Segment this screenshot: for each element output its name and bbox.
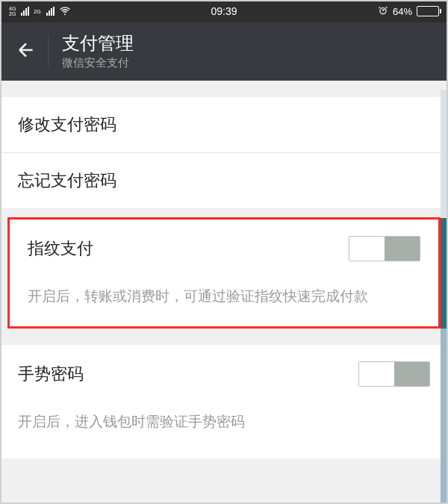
- gesture-password-row[interactable]: 手势密码: [0, 345, 448, 403]
- gesture-group: 手势密码 开启后，进入钱包时需验证手势密码: [0, 345, 448, 458]
- gesture-password-toggle[interactable]: [358, 361, 430, 387]
- change-payment-password-label: 修改支付密码: [18, 113, 116, 136]
- forgot-payment-password-row[interactable]: 忘记支付密码: [0, 153, 448, 208]
- status-right: 64%: [378, 5, 439, 18]
- right-edge-decoration: [441, 90, 447, 503]
- signal-bars-1-icon: [21, 7, 29, 16]
- page-title: 支付管理: [62, 33, 134, 55]
- header-divider: [48, 35, 49, 68]
- status-bar: 4G 2G 2G 09:39 64%: [0, 0, 448, 22]
- fingerprint-pay-row[interactable]: 指纹支付: [10, 220, 438, 278]
- forgot-payment-password-label: 忘记支付密码: [18, 169, 116, 192]
- status-time: 09:39: [211, 5, 237, 17]
- signal-1-label: 4G 2G: [9, 6, 16, 16]
- battery-percent: 64%: [393, 6, 412, 17]
- battery-icon: [417, 6, 439, 16]
- password-group: 修改支付密码 忘记支付密码: [0, 97, 448, 208]
- back-button[interactable]: [9, 36, 43, 67]
- fingerprint-pay-description: 开启后，转账或消费时，可通过验证指纹快速完成付款: [10, 278, 438, 323]
- fingerprint-pay-label: 指纹支付: [28, 237, 93, 260]
- gesture-password-label: 手势密码: [18, 363, 84, 385]
- alarm-icon: [378, 5, 388, 18]
- back-arrow-icon: [16, 40, 36, 60]
- signal-bars-2-icon: [46, 7, 55, 16]
- status-left: 4G 2G 2G: [9, 4, 71, 19]
- change-payment-password-row[interactable]: 修改支付密码: [0, 97, 448, 153]
- content-area: 修改支付密码 忘记支付密码 指纹支付 开启后，转账或消费时，可通过验证指纹快速完…: [0, 81, 448, 458]
- wifi-icon: [59, 4, 71, 19]
- app-header: 支付管理 微信安全支付: [0, 22, 448, 81]
- fingerprint-pay-toggle[interactable]: [349, 236, 420, 261]
- gesture-password-description: 开启后，进入钱包时需验证手势密码: [0, 403, 448, 449]
- page-subtitle: 微信安全支付: [62, 56, 134, 70]
- signal-2-label: 2G: [34, 9, 40, 14]
- fingerprint-highlight-box: 指纹支付 开启后，转账或消费时，可通过验证指纹快速完成付款: [7, 217, 441, 329]
